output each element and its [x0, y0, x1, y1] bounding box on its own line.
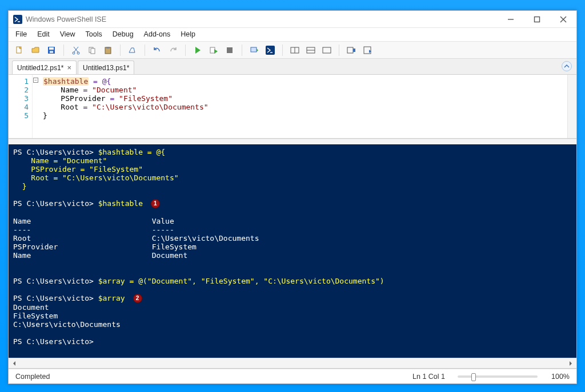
maximize-button[interactable] — [524, 11, 550, 28]
toolbar-paste[interactable] — [101, 43, 115, 57]
console-line: Name Value — [13, 217, 174, 225]
console-line: FileSystem — [13, 312, 58, 320]
console-horizontal-scrollbar[interactable] — [9, 358, 576, 368]
fold-toggle-icon[interactable]: − — [33, 78, 38, 83]
toolbar-layout-max[interactable] — [319, 43, 334, 57]
console-line: PSProvider = "FileSystem" — [13, 165, 143, 173]
svg-rect-24 — [347, 47, 353, 53]
toolbar — [9, 42, 576, 59]
toolbar-redo[interactable] — [166, 43, 181, 57]
svg-rect-23 — [323, 47, 331, 53]
toolbar-stop[interactable] — [222, 43, 237, 57]
svg-rect-12 — [91, 49, 95, 54]
scroll-left-icon[interactable] — [10, 359, 19, 367]
toolbar-layout-side[interactable] — [287, 43, 302, 57]
console-line: Document — [13, 303, 49, 312]
menu-view[interactable]: View — [55, 29, 80, 40]
toolbar-powershell[interactable] — [263, 43, 278, 57]
menu-help[interactable]: Help — [176, 29, 200, 40]
console-line: Root C:\Users\victo\Documents — [13, 234, 259, 243]
svg-rect-14 — [106, 47, 110, 49]
tab-label: Untitled13.ps1* — [83, 64, 129, 72]
script-editor[interactable]: 1 2 3 4 5 − $hashtable = @{ Name = "Docu… — [9, 75, 576, 139]
zoom-slider-thumb[interactable] — [471, 373, 476, 381]
toolbar-show-command[interactable] — [360, 43, 375, 57]
svg-rect-25 — [353, 49, 355, 52]
zoom-slider[interactable] — [458, 375, 538, 378]
code-fold-column: − — [33, 75, 41, 138]
toolbar-remote[interactable] — [247, 43, 262, 57]
menu-edit[interactable]: Edit — [33, 29, 54, 40]
toolbar-copy[interactable] — [85, 43, 99, 57]
console-line: Root = "C:\Users\victo\Documents" — [13, 173, 179, 182]
toolbar-clear[interactable] — [125, 43, 140, 57]
powershell-ise-window: Windows PowerShell ISE File Edit View To… — [8, 10, 577, 384]
console-line: C:\Users\victo\Documents — [13, 320, 121, 329]
menu-debug[interactable]: Debug — [108, 29, 138, 40]
script-tab-2[interactable]: Untitled13.ps1* — [78, 60, 134, 74]
toolbar-open-file[interactable] — [28, 43, 43, 57]
svg-rect-8 — [50, 51, 53, 53]
menu-bar: File Edit View Tools Debug Add-ons Help — [9, 28, 576, 42]
toolbar-undo[interactable] — [150, 43, 165, 57]
app-icon — [13, 15, 22, 24]
svg-rect-17 — [251, 47, 257, 52]
annotation-badge-2: 2 — [133, 294, 142, 303]
title-bar: Windows PowerShell ISE — [9, 11, 576, 28]
toolbar-cut[interactable] — [69, 43, 83, 57]
svg-rect-7 — [49, 47, 54, 50]
console-line: } — [13, 182, 26, 191]
console-line: PSProvider FileSystem — [13, 243, 197, 251]
svg-rect-2 — [535, 17, 540, 22]
window-title: Windows PowerShell ISE — [26, 15, 498, 23]
console-line: Name = "Document" — [13, 156, 107, 165]
close-button[interactable] — [550, 11, 576, 28]
collapse-script-pane-button[interactable] — [562, 61, 572, 71]
editor-vertical-scrollbar[interactable] — [567, 75, 576, 138]
status-bar: Completed Ln 1 Col 1 100% — [9, 369, 576, 383]
console-line: ---- ----- — [13, 225, 174, 234]
close-tab-icon[interactable]: × — [67, 64, 71, 71]
toolbar-run[interactable] — [190, 43, 205, 57]
menu-tools[interactable]: Tools — [81, 29, 107, 40]
script-tab-1[interactable]: Untitled12.ps1* × — [12, 60, 77, 74]
menu-file[interactable]: File — [11, 29, 31, 40]
console-pane-wrapper: PS C:\Users\victo> $hashtable = @{ Name … — [9, 144, 576, 369]
annotation-badge-1: 1 — [151, 199, 160, 208]
minimize-button[interactable] — [498, 11, 524, 28]
console-line: Name Document — [13, 251, 187, 260]
toolbar-show-command-addon[interactable] — [344, 43, 359, 57]
toolbar-save[interactable] — [44, 43, 59, 57]
scroll-right-icon[interactable] — [566, 359, 575, 367]
toolbar-run-selection[interactable] — [206, 43, 221, 57]
console-pane[interactable]: PS C:\Users\victo> $hashtable = @{ Name … — [9, 144, 576, 358]
zoom-percent: 100% — [542, 373, 570, 381]
editor-horizontal-scrollbar[interactable] — [9, 139, 576, 144]
toolbar-layout-top[interactable] — [303, 43, 318, 57]
line-number-gutter: 1 2 3 4 5 — [9, 75, 33, 138]
menu-addons[interactable]: Add-ons — [139, 29, 175, 40]
status-label: Completed — [15, 373, 50, 381]
svg-rect-15 — [210, 47, 215, 53]
toolbar-new-file[interactable] — [12, 43, 27, 57]
tab-label: Untitled12.ps1* — [17, 64, 63, 72]
code-content[interactable]: $hashtable = @{ Name = "Document" PSProv… — [41, 75, 567, 138]
svg-rect-16 — [227, 47, 233, 53]
cursor-position: Ln 1 Col 1 — [412, 373, 445, 381]
script-tab-bar: Untitled12.ps1* × Untitled13.ps1* — [9, 59, 576, 75]
